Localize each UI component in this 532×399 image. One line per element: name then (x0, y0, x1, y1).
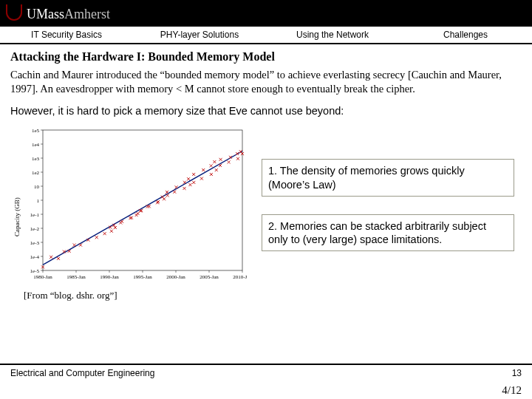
svg-text:1e5: 1e5 (32, 128, 40, 134)
svg-text:2010-Jan: 2010-Jan (233, 274, 247, 280)
footer-bar: Electrical and Computer Engineering 13 (0, 364, 532, 381)
svg-text:1e2: 1e2 (32, 170, 40, 176)
slide-title: Attacking the Hardware I: Bounded Memory… (10, 50, 522, 64)
brand-header: UMass Amherst (0, 0, 532, 27)
svg-text:1980-Jan: 1980-Jan (33, 274, 52, 280)
lead-paragraph: However, it is hard to pick a memory siz… (10, 104, 522, 118)
svg-text:1e3: 1e3 (32, 156, 40, 162)
chart-container: Capacity (GB) 1e-51e-41e-31e-21e-11101e2… (10, 124, 247, 287)
intro-paragraph: Cachin and Maurer introduced the “bounde… (10, 68, 522, 95)
svg-text:1e-5: 1e-5 (30, 268, 40, 274)
svg-text:1: 1 (37, 198, 40, 204)
callout-box-2: 2. Memories can be stacked arbitrarily s… (262, 214, 514, 251)
content-area: Attacking the Hardware I: Bounded Memory… (0, 44, 532, 301)
svg-rect-0 (43, 130, 242, 270)
nav-using-network[interactable]: Using the Network (266, 27, 399, 43)
brand-sub: Amherst (64, 7, 110, 22)
nav-it-security[interactable]: IT Security Basics (0, 27, 133, 43)
chart-citation: [From “blog. dshr. org”] (10, 290, 522, 301)
logo-icon (6, 4, 22, 21)
svg-text:1e4: 1e4 (32, 142, 40, 148)
nav-challenges[interactable]: Challenges (399, 27, 532, 43)
svg-text:1995-Jan: 1995-Jan (133, 274, 152, 280)
nav-bar: IT Security Basics PHY-layer Solutions U… (0, 27, 532, 44)
callout-column: 1. The density of memories grows quickly… (247, 124, 514, 287)
callout-box-1: 1. The density of memories grows quickly… (262, 159, 514, 196)
svg-text:1e-2: 1e-2 (30, 226, 40, 232)
footer-dept: Electrical and Computer Engineering (10, 368, 154, 378)
svg-line-37 (43, 151, 242, 265)
nav-phy-layer[interactable]: PHY-layer Solutions (133, 27, 266, 43)
svg-text:1e-3: 1e-3 (30, 240, 40, 246)
scatter-plot: 1e-51e-41e-31e-21e-11101e21e31e41e51980-… (10, 124, 247, 287)
chart-and-boxes: Capacity (GB) 1e-51e-41e-31e-21e-11101e2… (10, 124, 522, 287)
svg-text:2005-Jan: 2005-Jan (200, 274, 219, 280)
page-counter: 4/12 (502, 384, 522, 397)
svg-text:1e-1: 1e-1 (30, 212, 40, 218)
svg-text:2000-Jan: 2000-Jan (166, 274, 185, 280)
svg-text:1990-Jan: 1990-Jan (100, 274, 119, 280)
brand-main: UMass (27, 7, 64, 22)
svg-text:1e-4: 1e-4 (30, 254, 40, 260)
footer-slide-number: 13 (512, 368, 522, 378)
y-axis-label: Capacity (GB) (13, 197, 21, 236)
svg-text:10: 10 (34, 184, 40, 190)
svg-text:1985-Jan: 1985-Jan (66, 274, 86, 280)
